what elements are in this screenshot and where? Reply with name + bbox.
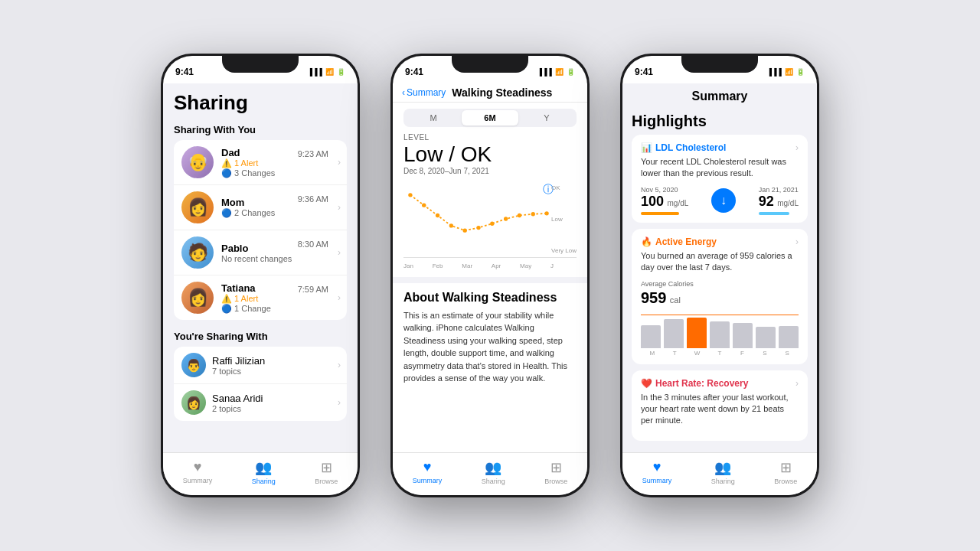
heart-chevron: › <box>795 378 799 389</box>
back-button[interactable]: ‹ Summary <box>402 87 446 98</box>
avatar-raffi: 👨 <box>181 353 206 377</box>
about-section: About Walking Steadiness This is an esti… <box>393 277 587 393</box>
cal-value: 959 <box>641 289 666 306</box>
contact-changes-mom: 🔵 2 Changes <box>221 208 339 218</box>
bar-day-f: F <box>731 350 753 357</box>
chevron-mom: › <box>338 202 341 213</box>
sharing-screen: Sharing Sharing With You 👴 Dad ⚠️ 1 Aler… <box>163 83 358 452</box>
tab-sharing-1[interactable]: 👥 Sharing <box>252 459 276 485</box>
svg-point-6 <box>490 221 494 225</box>
ldl-type: 📊 LDL Cholesterol <box>641 142 726 153</box>
svg-point-1 <box>422 203 426 207</box>
tab-sharing-3[interactable]: 👥 Sharing <box>711 459 735 485</box>
avatar-tatiana: 👩 <box>181 282 214 314</box>
walking-screen: ‹ Summary Walking Steadiness M 6M Y LEVE… <box>393 83 587 452</box>
tab-summary-2[interactable]: ♥ Summary <box>413 459 443 484</box>
label-ok: OK <box>551 184 577 191</box>
sharing-topics-raffi: 7 topics <box>212 367 265 376</box>
signal-icon: ▐▐▐ <box>308 68 322 76</box>
chevron-sanaa: › <box>338 397 341 408</box>
ldl-val1-block: Nov 5, 2020 100 mg/dL <box>641 186 688 215</box>
tab-sharing-2[interactable]: 👥 Sharing <box>482 459 505 485</box>
svg-point-7 <box>504 217 508 220</box>
heart-icon: ❤️ <box>641 378 652 389</box>
back-label: Summary <box>407 87 446 98</box>
contact-alert-tatiana: ⚠️ 1 Alert <box>221 294 339 304</box>
wifi-icon-2: 📶 <box>555 68 564 76</box>
contact-mom[interactable]: 👩 Mom 🔵 2 Changes 9:36 AM › <box>174 185 347 230</box>
seg-year[interactable]: Y <box>518 110 575 126</box>
svg-point-0 <box>408 193 412 197</box>
label-low: Low <box>551 216 577 223</box>
svg-point-4 <box>463 228 467 232</box>
energy-card: 🔥 Active Energy › You burned an average … <box>632 229 808 364</box>
bar-s2 <box>779 326 799 348</box>
ldl-date1: Nov 5, 2020 <box>641 186 688 194</box>
sharing-with-you-header: Sharing With You <box>174 124 347 135</box>
sharing-name-raffi: Raffi Jilizian <box>212 355 265 367</box>
contact-dad[interactable]: 👴 Dad ⚠️ 1 Alert 🔵 3 Changes 9:23 AM › <box>174 140 347 185</box>
ldl-unit2: mg/dL <box>777 199 799 207</box>
ldl-chevron: › <box>795 142 799 153</box>
heart-type: ❤️ Heart Rate: Recovery <box>641 378 748 389</box>
contact-pablo[interactable]: 🧑 Pablo No recent changes 8:30 AM › <box>174 230 347 276</box>
tab-summary-1[interactable]: ♥ Summary <box>183 459 213 484</box>
sharing-info-raffi: Raffi Jilizian 7 topics <box>212 355 265 376</box>
bar-f <box>733 323 753 348</box>
heart-card: ❤️ Heart Rate: Recovery › In the 3 minut… <box>632 370 808 441</box>
sharing-raffi[interactable]: 👨 Raffi Jilizian 7 topics › <box>174 347 347 384</box>
energy-type-label: Active Energy <box>655 236 717 247</box>
ldl-date2: Jan 21, 2021 <box>759 186 799 194</box>
month-jun: J <box>550 262 554 269</box>
avatar-dad: 👴 <box>181 146 214 178</box>
screen-content-3: Summary Highlights 📊 LDL Cholesterol › Y… <box>622 83 817 495</box>
svg-point-9 <box>531 212 535 216</box>
sharing-label-1: Sharing <box>252 478 276 485</box>
summary-icon-3: ♥ <box>653 459 662 475</box>
bar-m <box>641 325 661 348</box>
month-apr: Apr <box>492 262 501 269</box>
sharing-topics-sanaa: 2 topics <box>212 404 263 413</box>
ldl-val2: 92 <box>759 194 774 209</box>
battery-icon: 🔋 <box>337 68 345 76</box>
seg-6month[interactable]: 6M <box>462 110 518 126</box>
svg-point-10 <box>544 211 548 215</box>
sharing-name-sanaa: Sanaa Aridi <box>212 393 263 404</box>
chart-labels: OK Low Very Low <box>551 181 577 257</box>
calories-chart: Average Calories 959 cal <box>641 280 799 357</box>
tab-browse-1[interactable]: ⊞ Browse <box>315 459 338 485</box>
wifi-icon-3: 📶 <box>785 68 793 76</box>
seg-month[interactable]: M <box>405 110 462 126</box>
cal-unit: cal <box>670 295 681 305</box>
svg-point-2 <box>436 214 439 217</box>
summary-screen: Summary Highlights 📊 LDL Cholesterol › Y… <box>622 83 817 452</box>
chevron-raffi: › <box>338 360 341 370</box>
contact-list: 👴 Dad ⚠️ 1 Alert 🔵 3 Changes 9:23 AM › 👩 <box>174 140 347 320</box>
date-range: Dec 8, 2020–Jun 7, 2021 <box>403 167 577 175</box>
tab-browse-3[interactable]: ⊞ Browse <box>774 459 797 485</box>
status-icons-2: ▐▐▐ 📶 🔋 <box>537 68 575 76</box>
ldl-val1: 100 <box>641 194 664 209</box>
browse-icon-3: ⊞ <box>780 459 792 476</box>
heart-type-label: Heart Rate: Recovery <box>655 378 748 389</box>
ldl-val2-block: Jan 21, 2021 92 mg/dL <box>759 186 799 215</box>
contact-tatiana[interactable]: 👩 Tatiana ⚠️ 1 Alert 🔵 1 Change 7:59 AM … <box>174 276 347 320</box>
notch-2 <box>452 56 528 73</box>
sharing-icon-2: 👥 <box>485 459 501 476</box>
sharing-sanaa[interactable]: 👩 Sanaa Aridi 2 topics › <box>174 384 347 421</box>
youre-sharing-with-header: You're Sharing With <box>174 331 347 342</box>
nav-bar-2: ‹ Summary Walking Steadiness <box>393 83 587 103</box>
contact-time-dad: 9:23 AM <box>298 149 328 158</box>
signal-icon-3: ▐▐▐ <box>767 68 782 76</box>
bar-days: M T W T F S S <box>641 350 799 357</box>
svg-point-5 <box>476 226 480 230</box>
bar-day-w: W <box>686 350 708 357</box>
wifi-icon: 📶 <box>325 68 334 76</box>
tab-browse-2[interactable]: ⊞ Browse <box>544 459 567 485</box>
bar-day-m: M <box>641 350 663 357</box>
ldl-card: 📊 LDL Cholesterol › Your recent LDL Chol… <box>632 135 808 223</box>
tab-summary-3[interactable]: ♥ Summary <box>642 459 672 484</box>
month-may: May <box>520 262 531 269</box>
svg-point-3 <box>449 223 453 227</box>
chart-svg <box>403 181 554 249</box>
